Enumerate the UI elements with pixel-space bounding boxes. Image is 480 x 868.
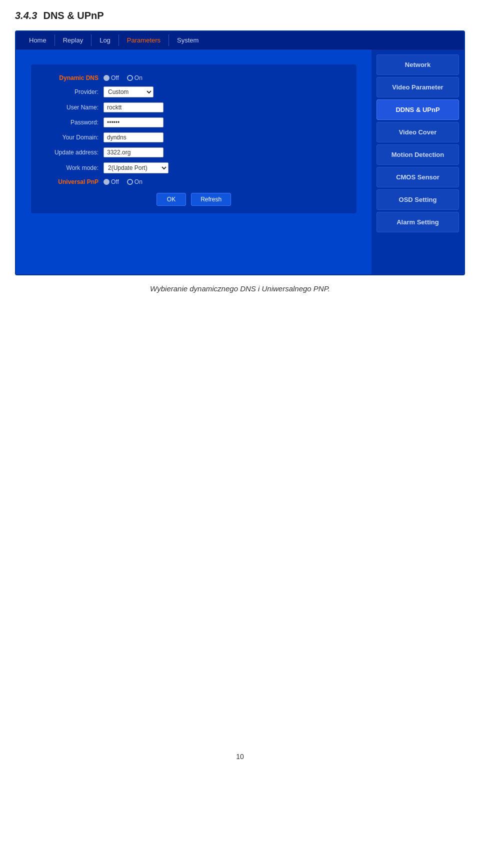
update-address-row: Update address:	[44, 147, 344, 157]
refresh-button[interactable]: Refresh	[191, 193, 231, 206]
work-mode-label: Work mode:	[44, 164, 98, 171]
username-input[interactable]	[104, 102, 164, 112]
upnp-on-label: On	[134, 178, 142, 185]
form-buttons: OK Refresh	[44, 193, 344, 206]
work-mode-row: Work mode: 2(Update Port)	[44, 162, 344, 173]
left-panel: Dynamic DNS Off On Provider:	[16, 49, 372, 274]
sidebar-network[interactable]: Network	[376, 54, 459, 75]
provider-row: Provider: Custom	[44, 86, 344, 97]
sidebar-video-parameter[interactable]: Video Parameter	[376, 77, 459, 97]
radio-upnp-off-circle	[104, 179, 110, 185]
section-number: 3.4.3	[15, 10, 37, 21]
sidebar-ddns-upnp[interactable]: DDNS & UPnP	[376, 99, 459, 120]
work-mode-select[interactable]: 2(Update Port)	[104, 162, 168, 173]
camera-ui-container: Home Replay Log Parameters System Dynami…	[15, 30, 465, 275]
sidebar-osd-setting[interactable]: OSD Setting	[376, 189, 459, 210]
nav-home[interactable]: Home	[21, 34, 55, 46]
dynamic-dns-label: Dynamic DNS	[44, 74, 98, 81]
universal-pnp-row: Universal PnP Off On	[44, 178, 344, 185]
figure-caption: Wybieranie dynamicznego DNS i Uniwersaln…	[15, 284, 465, 293]
radio-off-circle	[104, 75, 110, 81]
nav-log[interactable]: Log	[92, 34, 119, 46]
right-sidebar: Network Video Parameter DDNS & UPnP Vide…	[372, 49, 464, 274]
password-label: Password:	[44, 119, 98, 126]
top-navigation: Home Replay Log Parameters System	[16, 31, 464, 49]
provider-label: Provider:	[44, 88, 98, 95]
nav-system[interactable]: System	[169, 34, 206, 46]
page-title: DNS & UPnP	[43, 10, 104, 21]
update-address-label: Update address:	[44, 149, 98, 156]
domain-label: Your Domain:	[44, 134, 98, 141]
update-address-input[interactable]	[104, 147, 164, 157]
domain-row: Your Domain:	[44, 132, 344, 142]
main-content: Dynamic DNS Off On Provider:	[16, 49, 464, 274]
nav-parameters[interactable]: Parameters	[119, 34, 169, 46]
password-row: Password:	[44, 117, 344, 127]
username-label: User Name:	[44, 104, 98, 111]
upnp-off-label: Off	[111, 178, 119, 185]
sidebar-alarm-setting[interactable]: Alarm Setting	[376, 212, 459, 232]
page-section-header: 3.4.3 DNS & UPnP	[15, 10, 465, 21]
page-number: 10	[15, 753, 465, 761]
dynamic-dns-row: Dynamic DNS Off On	[44, 74, 344, 81]
dynamic-dns-off-label: Off	[111, 74, 119, 81]
username-row: User Name:	[44, 102, 344, 112]
sidebar-video-cover[interactable]: Video Cover	[376, 122, 459, 142]
radio-on-circle	[127, 75, 133, 81]
dynamic-dns-on-option[interactable]: On	[127, 74, 142, 81]
universal-pnp-radio-group: Off On	[104, 178, 142, 185]
dynamic-dns-radio-group: Off On	[104, 74, 142, 81]
sidebar-motion-detection[interactable]: Motion Detection	[376, 144, 459, 165]
radio-upnp-on-circle	[127, 179, 133, 185]
ok-button[interactable]: OK	[156, 193, 186, 206]
dynamic-dns-off-option[interactable]: Off	[104, 74, 119, 81]
provider-select[interactable]: Custom	[104, 86, 154, 97]
upnp-off-option[interactable]: Off	[104, 178, 119, 185]
password-input[interactable]	[104, 117, 164, 127]
universal-pnp-label: Universal PnP	[44, 178, 98, 185]
dynamic-dns-on-label: On	[134, 74, 142, 81]
ddns-form: Dynamic DNS Off On Provider:	[31, 64, 356, 213]
domain-input[interactable]	[104, 132, 164, 142]
nav-replay[interactable]: Replay	[55, 34, 92, 46]
upnp-on-option[interactable]: On	[127, 178, 142, 185]
sidebar-cmos-sensor[interactable]: CMOS Sensor	[376, 167, 459, 187]
